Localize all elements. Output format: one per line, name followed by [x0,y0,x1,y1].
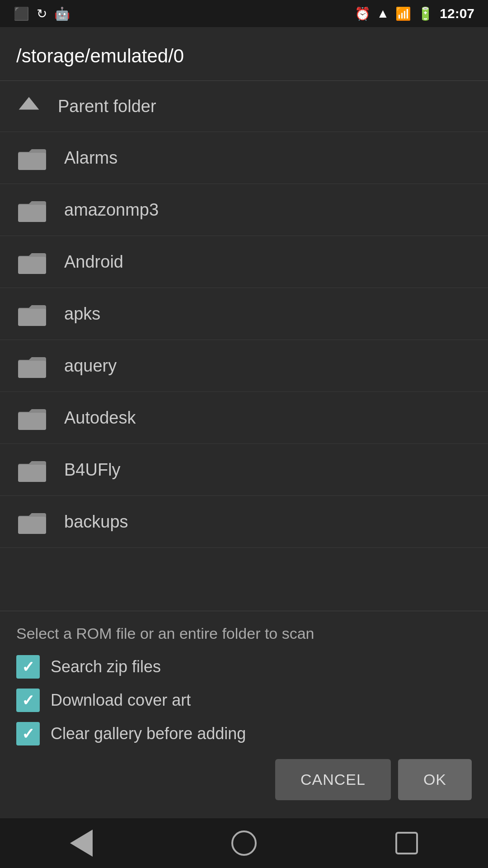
folder-label-b4ufly: B4UFly [64,460,121,480]
checkbox-search-zip-box[interactable]: ✓ [16,655,40,679]
back-icon [70,830,93,857]
folder-icon-apks [16,301,48,327]
folder-label-aquery: aquery [64,356,117,376]
status-left-icons: ⬛ ↻ 🤖 [14,6,347,21]
status-bar: ⬛ ↻ 🤖 ⏰ ▲ 📶 🔋 12:07 [0,0,488,27]
ok-button[interactable]: Ok [398,759,472,800]
checkbox-search-zip-label: Search zip files [51,657,161,676]
path-header: /storage/emulated/0 [0,27,488,81]
folder-icon-alarms [16,145,48,171]
folder-list: Parent folder Alarms amazonmp3 A [0,81,488,611]
folder-icon-android [16,249,48,275]
folder-item-android[interactable]: Android [0,236,488,288]
wifi-icon: ▲ [377,6,389,21]
folder-icon-amazonmp3 [16,197,48,223]
folder-item-apks[interactable]: apks [0,288,488,340]
folder-item-b4ufly[interactable]: B4UFly [0,444,488,496]
folder-item-backups[interactable]: backups [0,496,488,548]
folder-item-autodesk[interactable]: Autodesk [0,392,488,444]
nav-home-button[interactable] [226,825,262,861]
folder-label-android: Android [64,252,123,272]
folder-icon-aquery [16,353,48,379]
nav-back-button[interactable] [63,825,99,861]
checkmark-search-zip: ✓ [22,658,34,676]
folder-icon-autodesk [16,405,48,431]
sync-icon: ↻ [37,6,47,21]
signal-icon: 📶 [395,6,411,21]
svg-marker-0 [19,97,39,109]
home-icon [231,830,257,856]
folder-label-parent: Parent folder [58,97,156,116]
status-right-icons: ⏰ ▲ 📶 🔋 12:07 [355,6,474,21]
current-path: /storage/emulated/0 [16,45,472,67]
android-icon: 🤖 [54,6,70,21]
checkbox-clear-gallery-box[interactable]: ✓ [16,722,40,745]
checkbox-search-zip[interactable]: ✓ Search zip files [16,655,472,679]
checkbox-download-cover[interactable]: ✓ Download cover art [16,689,472,712]
folder-item-aquery[interactable]: aquery [0,340,488,392]
recent-icon [395,832,418,854]
checkbox-download-cover-label: Download cover art [51,691,191,710]
checkbox-clear-gallery-label: Clear gallery before adding [51,724,246,743]
status-time: 12:07 [440,6,474,21]
folder-label-apks: apks [64,304,100,324]
checkmark-clear-gallery: ✓ [22,725,34,743]
folder-icon-b4ufly [16,457,48,483]
folder-label-autodesk: Autodesk [64,408,136,428]
folder-label-alarms: Alarms [64,148,117,168]
nav-bar [0,818,488,868]
cancel-button[interactable]: CANCEL [275,759,391,800]
instruction-text: Select a ROM file or an entire folder to… [16,625,472,642]
battery-icon: 🔋 [418,6,433,21]
button-row: CANCEL Ok [16,759,472,809]
checkmark-download-cover: ✓ [22,691,34,709]
alarm-icon: ⏰ [355,6,371,21]
nav-recent-button[interactable] [389,825,425,861]
folder-icon-backups [16,509,48,535]
bottom-section: Select a ROM file or an entire folder to… [0,611,488,818]
checkbox-download-cover-box[interactable]: ✓ [16,689,40,712]
folder-item-amazonmp3[interactable]: amazonmp3 [0,184,488,236]
folder-item-alarms[interactable]: Alarms [0,132,488,184]
folder-item-parent[interactable]: Parent folder [0,81,488,132]
parent-folder-icon [16,94,42,119]
folder-label-backups: backups [64,512,128,532]
screenshot-icon: ⬛ [14,6,29,21]
checkbox-clear-gallery[interactable]: ✓ Clear gallery before adding [16,722,472,745]
folder-label-amazonmp3: amazonmp3 [64,200,159,220]
